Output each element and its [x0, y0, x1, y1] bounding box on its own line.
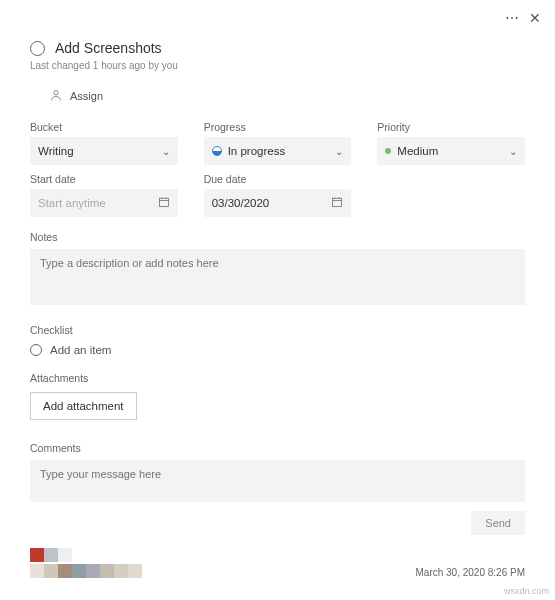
add-attachment-button[interactable]: Add attachment — [30, 392, 137, 420]
bucket-value: Writing — [38, 145, 74, 157]
checklist-add-label: Add an item — [50, 344, 111, 356]
comments-label: Comments — [0, 420, 555, 454]
start-date-input[interactable] — [38, 197, 158, 209]
due-date-label: Due date — [204, 173, 352, 185]
color-palette — [30, 548, 142, 578]
watermark: wsxdn.com — [504, 586, 549, 596]
more-icon[interactable]: ⋯ — [505, 10, 519, 26]
calendar-icon[interactable] — [158, 196, 170, 210]
start-date-input-wrap[interactable] — [30, 189, 178, 217]
close-icon[interactable]: ✕ — [529, 10, 541, 26]
last-changed-meta: Last changed 1 hours ago by you — [0, 56, 555, 71]
priority-dot-icon — [385, 148, 391, 154]
svg-rect-1 — [159, 198, 168, 206]
checklist-add-item[interactable]: Add an item — [0, 336, 555, 356]
assign-label: Assign — [70, 90, 103, 102]
color-swatch[interactable] — [30, 564, 44, 578]
circle-icon — [30, 344, 42, 356]
footer-timestamp: March 30, 2020 8:26 PM — [415, 567, 525, 578]
due-date-input-wrap[interactable] — [204, 189, 352, 217]
color-swatch[interactable] — [30, 548, 44, 562]
color-swatch[interactable] — [44, 548, 58, 562]
comments-textarea[interactable] — [30, 460, 525, 502]
chevron-down-icon: ⌄ — [509, 146, 517, 157]
calendar-icon[interactable] — [331, 196, 343, 210]
send-button[interactable]: Send — [471, 511, 525, 535]
complete-toggle[interactable] — [30, 41, 45, 56]
priority-select[interactable]: Medium ⌄ — [377, 137, 525, 165]
color-swatch[interactable] — [58, 548, 72, 562]
priority-value: Medium — [397, 145, 438, 157]
color-swatch[interactable] — [86, 564, 100, 578]
bucket-select[interactable]: Writing ⌄ — [30, 137, 178, 165]
color-swatch[interactable] — [100, 564, 114, 578]
color-swatch[interactable] — [128, 564, 142, 578]
due-date-input[interactable] — [212, 197, 332, 209]
color-swatch[interactable] — [44, 564, 58, 578]
progress-select[interactable]: In progress ⌄ — [204, 137, 352, 165]
bucket-label: Bucket — [30, 121, 178, 133]
progress-value: In progress — [228, 145, 286, 157]
notes-textarea[interactable] — [30, 249, 525, 305]
chevron-down-icon: ⌄ — [162, 146, 170, 157]
assign-button[interactable]: Assign — [0, 71, 555, 113]
chevron-down-icon: ⌄ — [335, 146, 343, 157]
task-title[interactable]: Add Screenshots — [55, 40, 162, 56]
color-swatch[interactable] — [72, 564, 86, 578]
person-icon — [50, 89, 62, 103]
priority-label: Priority — [377, 121, 525, 133]
attachments-label: Attachments — [0, 356, 555, 384]
checklist-label: Checklist — [0, 308, 555, 336]
color-swatch[interactable] — [114, 564, 128, 578]
svg-rect-5 — [333, 198, 342, 206]
progress-status-icon — [212, 146, 222, 156]
notes-label: Notes — [0, 217, 555, 243]
start-date-label: Start date — [30, 173, 178, 185]
color-swatch[interactable] — [58, 564, 72, 578]
progress-label: Progress — [204, 121, 352, 133]
svg-point-0 — [54, 91, 59, 96]
